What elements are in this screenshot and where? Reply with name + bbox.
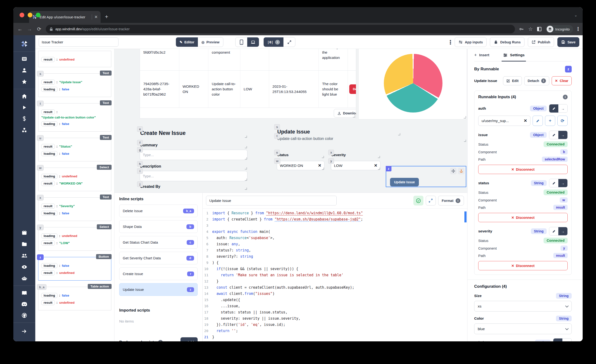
minimize-window-button[interactable] <box>28 13 32 17</box>
config-select-color[interactable]: blue <box>474 323 572 334</box>
app-name-input[interactable] <box>39 37 119 47</box>
issues-table-panel[interactable]: 5fd0f7d5c3c2componentsearching in the ap… <box>140 49 356 119</box>
password-key-icon[interactable] <box>519 26 524 32</box>
app-switcher-icon[interactable] <box>13 53 35 65</box>
connect-mode-button[interactable]: → <box>558 104 567 112</box>
table-row[interactable]: 5fd0f7d5c3c2componentsearching in the ap… <box>140 49 356 71</box>
pencil-mode-button[interactable] <box>549 179 558 187</box>
add-background-script-button[interactable]: + Add <box>180 337 198 341</box>
connect-mode-button[interactable]: → <box>558 179 567 187</box>
new-tab-button[interactable]: + <box>105 13 108 20</box>
publish-button[interactable]: Publish <box>528 37 554 47</box>
selected-button-component[interactable]: z Update Issue <box>386 166 466 187</box>
desktop-view-button[interactable] <box>247 37 259 47</box>
edit-runnable-button[interactable]: Edit <box>503 76 522 85</box>
delete-row-button[interactable]: Delete <box>349 84 356 94</box>
folders-icon[interactable] <box>13 238 35 250</box>
format-button[interactable]: Format i <box>438 196 464 206</box>
connect-mode-button[interactable]: → <box>562 339 571 341</box>
summary-input[interactable] <box>140 150 247 160</box>
clear-icon[interactable]: ✕ <box>318 163 321 168</box>
docs-book-icon[interactable] <box>13 287 35 299</box>
severity-select[interactable]: LOW✕ <box>331 161 380 170</box>
script-item-d[interactable]: Get Severity Chart Datad <box>119 252 198 264</box>
windmill-logo-icon[interactable] <box>13 38 35 50</box>
pencil-mode-button[interactable] <box>553 339 562 341</box>
disconnect-button[interactable]: ✕Disconnect <box>478 213 568 222</box>
output-card-s[interactable]: sTextresult:"Update Issue"loading:false <box>38 74 111 97</box>
toolbar-menu-icon[interactable]: ••• <box>450 40 451 45</box>
groups-team-icon[interactable] <box>13 250 35 261</box>
pencil-mode-button[interactable] <box>549 131 558 139</box>
script-item-c[interactable]: Get Status Chart Datac <box>119 236 198 249</box>
detach-button[interactable]: Detach i <box>524 76 549 85</box>
mobile-view-button[interactable] <box>236 37 247 47</box>
disconnect-button[interactable]: ✕Disconnect <box>478 261 568 270</box>
script-item-z[interactable]: Update Issuez <box>119 283 198 296</box>
script-item-b_a[interactable]: Delete Issueb_a <box>119 205 198 217</box>
connect-mode-button[interactable]: → <box>558 227 567 235</box>
save-button[interactable]: Save <box>557 37 579 47</box>
script-item-r[interactable]: Create Issuer <box>119 267 198 280</box>
app-inputs-button[interactable]: App inputs <box>455 37 487 47</box>
clear-icon[interactable]: ✕ <box>524 118 527 123</box>
tab-strip-chevron-down-icon[interactable]: ⌄ <box>574 13 577 17</box>
add-resource-button[interactable]: + <box>545 116 555 126</box>
browser-menu-icon[interactable]: ••• <box>577 27 579 31</box>
config-select-size[interactable]: xs <box>474 301 572 312</box>
bookmark-star-icon[interactable]: ☆ <box>528 26 533 32</box>
code-area[interactable]: 1import { Resource } from "https://deno.… <box>203 208 467 340</box>
tab-insert[interactable]: + Insert <box>474 49 489 61</box>
update-issue-button[interactable]: Update Issue <box>390 178 419 186</box>
tab-close-icon[interactable]: ✕ <box>94 15 98 20</box>
resource-value-input[interactable]: u/user/my_sup...✕ <box>478 116 530 126</box>
reload-icon[interactable]: ⟳ <box>36 26 42 32</box>
fullscreen-button[interactable] <box>283 37 295 47</box>
connect-mode-button[interactable]: → <box>558 131 567 139</box>
home-icon[interactable] <box>13 91 35 102</box>
clear-button[interactable]: ✕ Clear <box>552 76 572 85</box>
favorites-star-icon[interactable] <box>13 76 35 88</box>
variables-dollar-icon[interactable] <box>13 113 35 124</box>
move-handle-icon[interactable] <box>450 168 456 174</box>
watch-eye-icon[interactable] <box>13 261 35 273</box>
discord-icon[interactable] <box>13 299 35 310</box>
debug-runs-button[interactable]: Debug Runs <box>490 37 524 47</box>
script-item-b[interactable]: Shape Datab <box>119 220 198 233</box>
tab-settings[interactable]: Settings <box>503 49 524 61</box>
preview-tab[interactable]: ◎ Preview <box>198 37 223 47</box>
user-icon[interactable] <box>13 65 35 76</box>
refresh-resource-button[interactable]: ⟳ <box>557 116 568 126</box>
script-name-input[interactable] <box>206 196 337 206</box>
status-select[interactable]: WORKED ON✕ <box>277 161 324 170</box>
output-card-t[interactable]: tTextresult:"Update call-to-action butto… <box>38 103 111 132</box>
debug-console-button[interactable]: |0| i <box>264 37 283 47</box>
clear-icon[interactable]: ✕ <box>374 163 377 168</box>
output-card-w[interactable]: wSelectloading:undefinedresult:"WORKED O… <box>38 168 111 191</box>
close-window-button[interactable] <box>20 13 24 17</box>
back-icon[interactable]: ← <box>17 26 23 32</box>
forward-icon[interactable]: → <box>27 26 32 32</box>
output-card-partial[interactable]: result:undefined <box>38 51 111 67</box>
schedules-calendar-icon[interactable] <box>13 227 35 238</box>
incognito-badge[interactable]: Incognito <box>546 25 573 33</box>
collapse-sidebar-arrow-icon[interactable] <box>13 326 35 337</box>
anchor-icon[interactable] <box>458 168 464 174</box>
editor-tab[interactable]: ✎ Editor <box>176 37 198 47</box>
resources-cubes-icon[interactable] <box>13 124 35 136</box>
download-button[interactable]: Download <box>334 109 356 118</box>
table-row[interactable]: 794208f5-2735-428a-b4af-b071ff0a2962WORK… <box>140 71 356 108</box>
pencil-mode-button[interactable] <box>549 104 558 112</box>
maximize-window-button[interactable] <box>36 13 41 17</box>
status-pie-chart-panel[interactable] <box>358 49 467 119</box>
disconnect-button[interactable]: ✕Disconnect <box>478 165 568 174</box>
description-input[interactable] <box>140 171 247 181</box>
output-card-y[interactable]: ySelectloading:undefinedresult:"LOW" <box>38 227 111 251</box>
app-canvas[interactable]: 5fd0f7d5c3c2componentsearching in the ap… <box>114 49 467 193</box>
output-card-u[interactable]: uTextresult:"Status"loading:false <box>38 138 111 161</box>
github-icon[interactable] <box>13 310 35 321</box>
runs-play-icon[interactable] <box>13 102 35 113</box>
output-card-b_a[interactable]: b_aTable actionloading:falseresult:undef… <box>38 287 111 310</box>
output-card-x[interactable]: xTextresult:"Severity"loading:false <box>38 197 111 221</box>
edit-resource-button[interactable] <box>533 116 543 126</box>
